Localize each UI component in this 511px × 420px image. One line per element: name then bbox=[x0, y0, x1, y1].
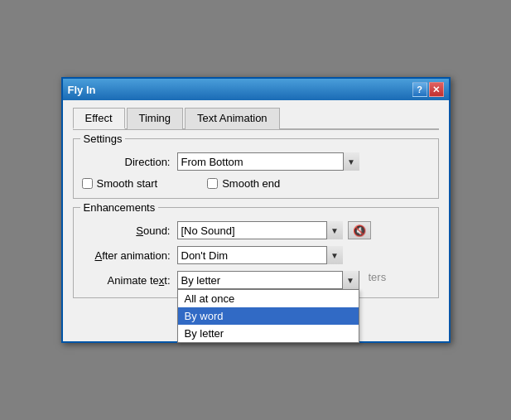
help-button[interactable]: ? bbox=[412, 82, 427, 97]
anim-text-select-box: By letter ▼ bbox=[177, 271, 359, 289]
close-button[interactable]: ✕ bbox=[429, 82, 444, 97]
dialog-title: Fly In bbox=[68, 84, 96, 96]
dialog-body: Effect Timing Text Animation Settings Di… bbox=[63, 100, 449, 341]
smooth-start-checkbox[interactable] bbox=[82, 178, 93, 189]
enhancements-group-label: Enhancements bbox=[80, 201, 159, 214]
fly-in-dialog: Fly In ? ✕ Effect Timing Text Animation … bbox=[61, 77, 451, 343]
after-anim-row: After animation: Don't Dim Hide After An… bbox=[82, 246, 430, 264]
dropdown-item-by-letter[interactable]: By letter bbox=[178, 325, 359, 342]
smooth-end-item: Smooth end bbox=[207, 177, 280, 190]
sound-select[interactable]: [No Sound] [Stop Previous Sound] Applaus… bbox=[177, 221, 343, 239]
sound-label: Sound: bbox=[82, 224, 177, 237]
title-bar-buttons: ? ✕ bbox=[412, 82, 444, 97]
title-bar: Fly In ? ✕ bbox=[63, 79, 449, 100]
after-anim-label: After animation: bbox=[82, 249, 177, 262]
animate-text-label: Animate text: bbox=[82, 274, 177, 287]
direction-select-wrapper: From Bottom From Top From Left From Righ… bbox=[177, 152, 359, 171]
animate-text-row: Animate text: By letter ▼ All at once By… bbox=[82, 271, 430, 289]
tab-text-animation[interactable]: Text Animation bbox=[185, 108, 280, 129]
settings-group-label: Settings bbox=[80, 133, 126, 145]
smooth-end-checkbox[interactable] bbox=[207, 178, 218, 189]
enhancements-group: Enhancements Sound: [No Sound] [Stop Pre… bbox=[73, 207, 439, 298]
direction-select[interactable]: From Bottom From Top From Left From Righ… bbox=[177, 152, 359, 171]
anim-text-dropdown-arrow[interactable]: ▼ bbox=[342, 271, 359, 289]
after-anim-select[interactable]: Don't Dim Hide After Animation Hide on N… bbox=[177, 246, 343, 264]
sound-select-wrapper: [No Sound] [Stop Previous Sound] Applaus… bbox=[177, 221, 343, 239]
after-anim-select-wrapper: Don't Dim Hide After Animation Hide on N… bbox=[177, 246, 343, 264]
direction-label: Direction: bbox=[82, 156, 177, 168]
anim-text-select-wrapper: By letter ▼ All at once By word By lette… bbox=[177, 271, 359, 289]
dropdown-item-all-at-once[interactable]: All at once bbox=[178, 290, 359, 307]
tab-timing[interactable]: Timing bbox=[127, 108, 184, 129]
letters-hint: ters bbox=[369, 271, 387, 283]
checkbox-row: Smooth start Smooth end bbox=[82, 177, 430, 190]
sound-icon: 🔇 bbox=[353, 224, 366, 237]
sound-preview-button[interactable]: 🔇 bbox=[348, 221, 371, 239]
anim-text-value: By letter bbox=[178, 273, 342, 288]
smooth-end-label: Smooth end bbox=[222, 177, 280, 190]
tab-bar: Effect Timing Text Animation bbox=[73, 107, 439, 130]
tab-effect[interactable]: Effect bbox=[73, 108, 125, 129]
smooth-start-label: Smooth start bbox=[97, 177, 158, 190]
settings-group: Settings Direction: From Bottom From Top… bbox=[73, 138, 439, 199]
smooth-start-item: Smooth start bbox=[82, 177, 158, 190]
anim-text-dropdown-list: All at once By word By letter bbox=[177, 289, 359, 343]
sound-row: Sound: [No Sound] [Stop Previous Sound] … bbox=[82, 221, 430, 239]
direction-row: Direction: From Bottom From Top From Lef… bbox=[82, 152, 430, 171]
dropdown-item-by-word[interactable]: By word bbox=[178, 307, 359, 325]
